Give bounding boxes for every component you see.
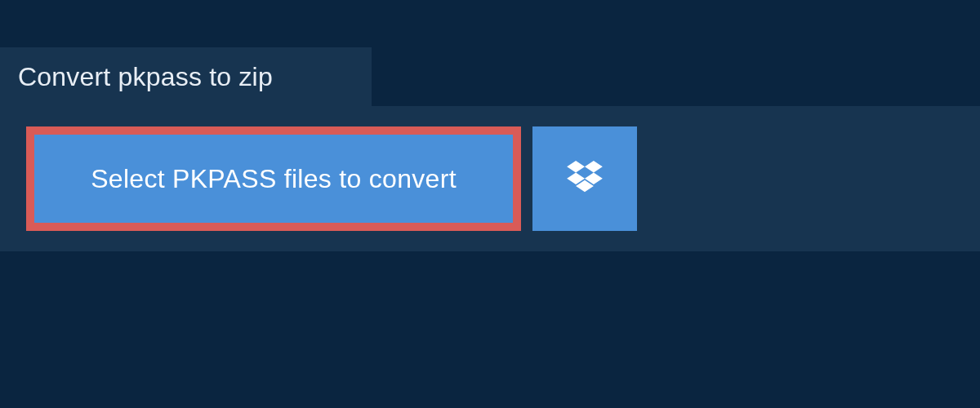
dropbox-icon [567,161,603,197]
select-files-button[interactable]: Select PKPASS files to convert [26,126,521,231]
dropbox-upload-button[interactable] [532,126,637,231]
converter-tab-label: Convert pkpass to zip [18,62,273,92]
converter-tab[interactable]: Convert pkpass to zip [0,47,372,106]
select-files-button-label: Select PKPASS files to convert [91,164,457,194]
upload-actions: Select PKPASS files to convert [26,126,637,231]
